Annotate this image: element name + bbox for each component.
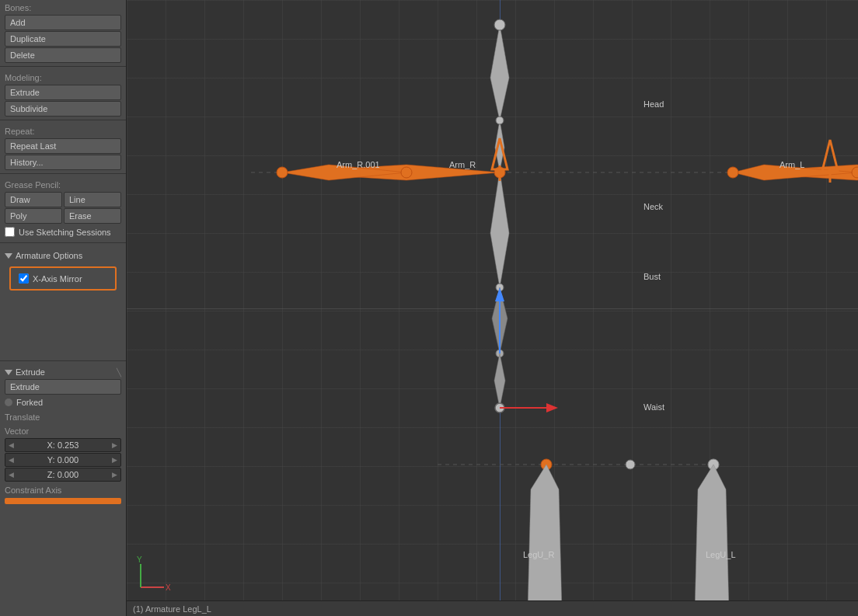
panel-scroll: Bones: Add Duplicate Delete Modeling: Ex… xyxy=(0,0,126,616)
x-right-arrow[interactable]: ▶ xyxy=(112,441,117,449)
extrude2-button[interactable]: Extrude xyxy=(5,379,121,395)
y-value-field[interactable]: ◀ Y: 0.000 ▶ xyxy=(5,453,121,467)
divider-2 xyxy=(0,120,126,120)
y-value: Y: 0.000 xyxy=(47,455,78,465)
erase-button[interactable]: Erase xyxy=(64,208,121,224)
x-axis-mirror-checkbox[interactable] xyxy=(19,273,29,284)
x-axis-mirror-label: X-Axis Mirror xyxy=(33,274,82,284)
z-value-field[interactable]: ◀ Z: 0.000 ▶ xyxy=(5,468,121,482)
delete-button[interactable]: Delete xyxy=(5,47,121,63)
add-button[interactable]: Add xyxy=(5,15,121,30)
label-arm-r: Arm_R xyxy=(449,160,476,169)
divider-1 xyxy=(0,66,126,67)
grease-pencil-row1: Draw Line xyxy=(5,192,121,207)
label-waist: Waist xyxy=(644,402,664,412)
armature-options-label: Armature Options xyxy=(16,251,82,260)
z-right-arrow[interactable]: ▶ xyxy=(112,471,117,479)
history-button[interactable]: History... xyxy=(5,155,121,170)
label-bust: Bust xyxy=(644,272,661,281)
divider-4 xyxy=(0,242,126,243)
label-arm-r001: Arm_R.001 xyxy=(337,160,380,169)
z-value: Z: 0.000 xyxy=(47,470,78,479)
svg-marker-5 xyxy=(490,171,509,287)
extrude-button[interactable]: Extrude xyxy=(5,85,121,100)
svg-marker-34 xyxy=(528,465,562,614)
left-panel: Bones: Add Duplicate Delete Modeling: Ex… xyxy=(0,0,127,616)
armature-options-box: X-Axis Mirror xyxy=(9,266,117,291)
extrude-section-header: Extrude ╲ xyxy=(0,364,126,378)
y-right-arrow[interactable]: ▶ xyxy=(112,456,117,464)
label-arm-l: Arm_L xyxy=(780,160,804,169)
z-value-row: ◀ Z: 0.000 ▶ xyxy=(5,468,121,482)
repeat-label: Repeat: xyxy=(0,124,126,137)
status-text: (1) Armature LegL_L xyxy=(133,604,211,614)
use-sketching-label: Use Sketching Sessions xyxy=(19,228,111,237)
svg-point-3 xyxy=(496,117,504,124)
svg-marker-0 xyxy=(490,25,509,120)
extrude-triangle-icon xyxy=(5,370,12,375)
extrude-section-label: Extrude xyxy=(16,367,45,377)
constraint-axis-label: Constraint Axis xyxy=(0,482,126,496)
use-sketching-row: Use Sketching Sessions xyxy=(0,224,126,239)
x-value-row: ◀ X: 0.253 ▶ xyxy=(5,438,121,452)
bones-svg xyxy=(127,0,858,616)
label-neck: Neck xyxy=(644,202,663,211)
bones-label: Bones: xyxy=(0,0,126,14)
x-left-arrow[interactable]: ◀ xyxy=(9,441,14,449)
modeling-label: Modeling: xyxy=(0,70,126,84)
svg-marker-14 xyxy=(546,403,558,412)
x-value-field[interactable]: ◀ X: 0.253 ▶ xyxy=(5,438,121,452)
x-value: X: 0.253 xyxy=(47,440,79,450)
status-bar: (1) Armature LegL_L xyxy=(127,600,858,616)
z-left-arrow[interactable]: ◀ xyxy=(9,471,14,479)
svg-marker-36 xyxy=(695,465,729,614)
repeat-last-button[interactable]: Repeat Last xyxy=(5,138,121,154)
line-button[interactable]: Line xyxy=(64,192,121,207)
duplicate-button[interactable]: Duplicate xyxy=(5,31,121,47)
subdivide-button[interactable]: Subdivide xyxy=(5,101,121,117)
vector-label: Vector xyxy=(0,423,126,437)
x-axis-mirror-row: X-Axis Mirror xyxy=(14,271,112,286)
label-legu-r: LegU_R xyxy=(523,550,554,559)
svg-point-27 xyxy=(277,167,288,178)
svg-point-1 xyxy=(494,19,505,30)
poly-button[interactable]: Poly xyxy=(5,208,62,224)
use-sketching-checkbox[interactable] xyxy=(5,227,15,237)
label-legu-l: LegU_L xyxy=(706,550,736,559)
armature-options-section: Armature Options X-Axis Mirror xyxy=(0,246,126,295)
forked-label: Forked xyxy=(16,398,43,407)
armature-options-header: Armature Options xyxy=(5,249,121,263)
svg-marker-9 xyxy=(494,353,505,408)
constraint-axis-bar xyxy=(5,498,121,504)
forked-circle-icon xyxy=(5,398,12,406)
svg-text:X: X xyxy=(166,583,171,592)
divider-3 xyxy=(0,173,126,174)
divider-5 xyxy=(0,360,126,361)
triangle-icon xyxy=(5,253,12,259)
svg-text:Y: Y xyxy=(137,556,142,564)
extrude-slash: ╲ xyxy=(117,368,121,377)
y-value-row: ◀ Y: 0.000 ▶ xyxy=(5,453,121,467)
svg-point-28 xyxy=(401,167,412,178)
grease-pencil-row2: Poly Erase xyxy=(5,208,121,224)
grease-pencil-label: Grease Pencil: xyxy=(0,177,126,191)
viewport[interactable]: Head Neck Bust Waist Arm_R.001 Arm_R Arm… xyxy=(127,0,858,616)
label-head: Head xyxy=(644,99,664,109)
svg-point-20 xyxy=(727,167,738,178)
svg-point-37 xyxy=(626,460,635,469)
y-left-arrow[interactable]: ◀ xyxy=(9,456,14,464)
axis-indicator: X Y xyxy=(133,556,172,597)
axis-indicator-svg: X Y xyxy=(133,556,172,595)
draw-button[interactable]: Draw xyxy=(5,192,62,207)
spacer-1 xyxy=(0,295,126,357)
svg-marker-2 xyxy=(495,120,504,171)
translate-label: Translate xyxy=(0,409,126,423)
forked-row: Forked xyxy=(0,395,126,409)
